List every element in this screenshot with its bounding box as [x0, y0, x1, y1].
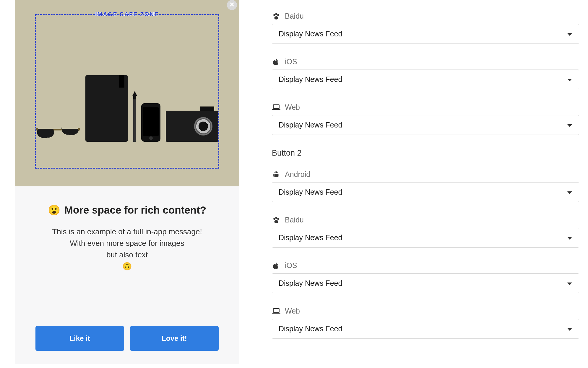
- settings-panel: Baidu Display News Feed iOS Display News…: [254, 0, 588, 368]
- svg-rect-16: [272, 313, 280, 314]
- image-safe-zone: IMAGE SAFE ZONE: [35, 14, 219, 169]
- laptop-icon: [272, 308, 281, 314]
- notebook-icon: [85, 75, 128, 142]
- preview-illustration: [36, 75, 218, 142]
- message-line-2: With even more space for images: [27, 238, 228, 249]
- platform-label-web: Web: [272, 103, 579, 112]
- select-value: Display News Feed: [279, 233, 342, 242]
- close-button[interactable]: [227, 0, 237, 10]
- select-value: Display News Feed: [279, 30, 342, 38]
- safe-zone-label: IMAGE SAFE ZONE: [93, 11, 161, 18]
- pencil-icon: [133, 96, 136, 142]
- svg-point-14: [274, 220, 278, 223]
- select-value: Display News Feed: [279, 75, 342, 84]
- apple-icon: [272, 58, 281, 66]
- in-app-message-card: IMAGE SAFE ZONE: [15, 0, 239, 364]
- ios-action-select[interactable]: Display News Feed: [272, 70, 579, 89]
- platform-group-ios: iOS Display News Feed: [272, 57, 579, 89]
- platform-group-android-2: Android Display News Feed: [272, 170, 579, 202]
- android-action-select-2[interactable]: Display News Feed: [272, 182, 579, 202]
- platform-name: iOS: [285, 57, 297, 66]
- love-it-button[interactable]: Love it!: [130, 326, 219, 351]
- svg-point-4: [275, 13, 277, 15]
- baidu-action-select[interactable]: Display News Feed: [272, 24, 579, 44]
- android-icon: [272, 171, 281, 178]
- chevron-down-icon: [567, 233, 572, 242]
- svg-point-9: [275, 172, 276, 172]
- message-line-1: This is an example of a full in-app mess…: [27, 226, 228, 238]
- chevron-down-icon: [567, 121, 572, 129]
- platform-name: iOS: [285, 261, 297, 270]
- web-action-select-2[interactable]: Display News Feed: [272, 319, 579, 339]
- platform-group-web: Web Display News Feed: [272, 103, 579, 135]
- svg-rect-15: [273, 309, 279, 312]
- svg-point-13: [277, 218, 279, 220]
- platform-label-ios: iOS: [272, 261, 579, 270]
- svg-rect-0: [53, 129, 62, 130]
- phone-icon: [141, 103, 160, 142]
- like-it-button[interactable]: Like it: [35, 326, 124, 351]
- surprised-emoji-icon: 😮: [48, 205, 60, 215]
- chevron-down-icon: [567, 325, 572, 333]
- platform-group-web-2: Web Display News Feed: [272, 307, 579, 339]
- ios-action-select-2[interactable]: Display News Feed: [272, 273, 579, 293]
- platform-label-ios: iOS: [272, 57, 579, 66]
- web-action-select[interactable]: Display News Feed: [272, 115, 579, 135]
- camera-icon: [166, 111, 218, 142]
- image-safe-zone-container: IMAGE SAFE ZONE: [15, 0, 239, 186]
- message-line-3: but also text: [27, 249, 228, 261]
- apple-icon: [272, 262, 281, 270]
- chevron-down-icon: [567, 75, 572, 84]
- upside-down-emoji-icon: 🙃: [27, 261, 228, 272]
- paw-icon: [272, 216, 281, 224]
- platform-group-baidu-2: Baidu Display News Feed: [272, 216, 579, 248]
- svg-rect-7: [273, 105, 279, 109]
- select-value: Display News Feed: [279, 121, 342, 129]
- message-title: 😮 More space for rich content?: [27, 204, 228, 216]
- button-2-heading: Button 2: [272, 149, 579, 158]
- svg-point-11: [273, 218, 275, 220]
- sunglasses-icon: [36, 123, 80, 142]
- platform-label-baidu: Baidu: [272, 216, 579, 224]
- platform-label-baidu: Baidu: [272, 12, 579, 20]
- chevron-down-icon: [567, 188, 572, 196]
- svg-rect-8: [272, 109, 280, 110]
- chevron-down-icon: [567, 279, 572, 288]
- select-value: Display News Feed: [279, 279, 342, 288]
- close-icon: [230, 2, 234, 8]
- message-title-text: More space for rich content?: [64, 204, 206, 216]
- svg-rect-2: [78, 128, 80, 130]
- baidu-action-select-2[interactable]: Display News Feed: [272, 228, 579, 248]
- svg-rect-1: [36, 128, 38, 130]
- platform-name: Baidu: [285, 216, 304, 224]
- select-value: Display News Feed: [279, 188, 342, 196]
- select-value: Display News Feed: [279, 325, 342, 333]
- platform-name: Baidu: [285, 12, 304, 20]
- message-buttons: Like it Love it!: [27, 326, 228, 358]
- camera-lens-icon: [194, 117, 212, 135]
- platform-label-android: Android: [272, 170, 579, 179]
- message-text: This is an example of a full in-app mess…: [27, 226, 228, 272]
- svg-point-10: [277, 172, 277, 172]
- platform-name: Web: [285, 103, 300, 112]
- svg-point-5: [277, 14, 279, 16]
- paw-icon: [272, 12, 281, 20]
- platform-group-ios-2: iOS Display News Feed: [272, 261, 579, 293]
- preview-panel: IMAGE SAFE ZONE: [0, 0, 254, 368]
- platform-label-web: Web: [272, 307, 579, 315]
- svg-point-3: [273, 14, 275, 16]
- svg-point-12: [275, 217, 277, 219]
- platform-group-baidu: Baidu Display News Feed: [272, 12, 579, 44]
- laptop-icon: [272, 104, 281, 110]
- platform-name: Web: [285, 307, 300, 315]
- message-body: 😮 More space for rich content? This is a…: [15, 186, 239, 364]
- chevron-down-icon: [567, 30, 572, 38]
- svg-point-6: [274, 16, 278, 20]
- platform-name: Android: [285, 170, 310, 179]
